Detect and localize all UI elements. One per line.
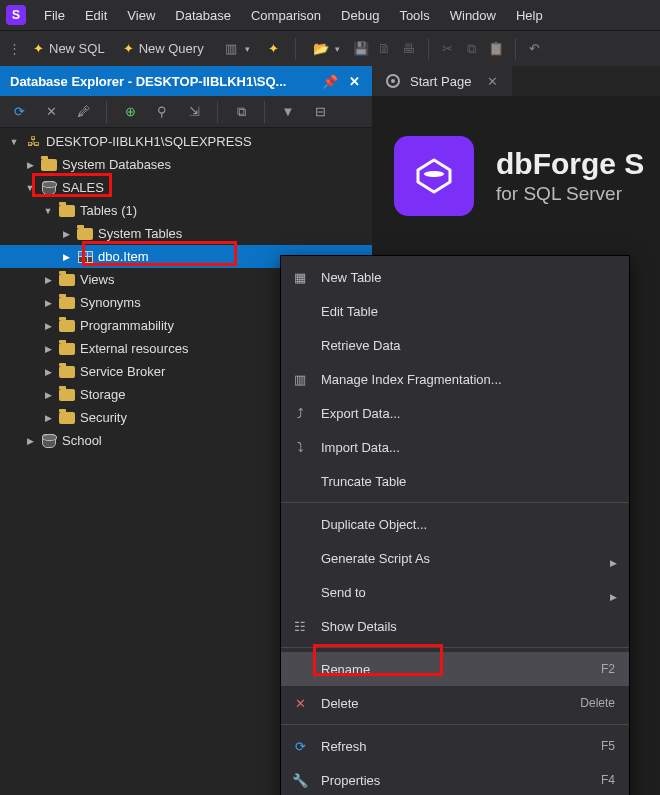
dbforge-logo-icon bbox=[394, 136, 474, 216]
folder-icon bbox=[59, 366, 75, 378]
delete-icon: ✕ bbox=[289, 696, 311, 711]
menu-tools[interactable]: Tools bbox=[391, 4, 437, 27]
open-button[interactable]: 📂▾ bbox=[306, 36, 346, 62]
ctx-send-to[interactable]: Send to bbox=[281, 575, 629, 609]
import-icon: ⤵ bbox=[289, 440, 311, 455]
server-label: DESKTOP-IIBLKH1\SQLEXPRESS bbox=[46, 134, 252, 149]
ctx-duplicate-object[interactable]: Duplicate Object... bbox=[281, 507, 629, 541]
menu-debug[interactable]: Debug bbox=[333, 4, 387, 27]
save-all-icon[interactable]: 🗎 bbox=[376, 40, 394, 58]
ctx-refresh[interactable]: ⟳RefreshF5 bbox=[281, 729, 629, 763]
export-icon: ⤴ bbox=[289, 406, 311, 421]
undo-icon[interactable]: ↶ bbox=[526, 40, 544, 58]
details-icon: ☷ bbox=[289, 619, 311, 634]
ctx-manage-index[interactable]: ▥Manage Index Fragmentation... bbox=[281, 362, 629, 396]
toolbar-sparkle[interactable]: ✦ bbox=[262, 36, 285, 62]
print-icon[interactable]: 🖶 bbox=[400, 40, 418, 58]
menu-database[interactable]: Database bbox=[167, 4, 239, 27]
start-page-icon bbox=[386, 74, 400, 88]
brand-subtitle: for SQL Server bbox=[496, 183, 644, 205]
paste-icon[interactable]: 📋 bbox=[487, 40, 505, 58]
database-icon bbox=[42, 434, 56, 448]
school-label: School bbox=[62, 433, 102, 448]
ctx-delete[interactable]: ✕DeleteDelete bbox=[281, 686, 629, 720]
folder-icon bbox=[77, 228, 93, 240]
refresh-icon: ⟳ bbox=[289, 739, 311, 754]
new-query-label: New Query bbox=[139, 41, 204, 56]
pin-icon[interactable]: 📌 bbox=[322, 73, 338, 89]
menu-bar: S File Edit View Database Comparison Deb… bbox=[0, 0, 660, 30]
security-label: Security bbox=[80, 410, 127, 425]
save-icon[interactable]: 💾 bbox=[352, 40, 370, 58]
explorer-toolbar: ⟳ ✕ 🖉 ⊕ ⚲ ⇲ ⧉ ▼ ⊟ bbox=[0, 96, 372, 128]
server-node[interactable]: 🖧 DESKTOP-IIBLKH1\SQLEXPRESS bbox=[0, 130, 372, 153]
ctx-new-table[interactable]: ▦New Table bbox=[281, 260, 629, 294]
database-explorer-title: Database Explorer - DESKTOP-IIBLKH1\SQ..… bbox=[10, 74, 314, 89]
start-page-label: Start Page bbox=[410, 74, 471, 89]
table-context-menu: ▦New Table Edit Table Retrieve Data ▥Man… bbox=[280, 255, 630, 795]
views-label: Views bbox=[80, 272, 114, 287]
copy-tree-icon[interactable]: ⧉ bbox=[228, 99, 254, 125]
programmability-label: Programmability bbox=[80, 318, 174, 333]
menu-help[interactable]: Help bbox=[508, 4, 551, 27]
system-databases-node[interactable]: System Databases bbox=[0, 153, 372, 176]
table-icon bbox=[78, 251, 93, 263]
table-icon: ▦ bbox=[289, 270, 311, 285]
refresh-icon[interactable]: ⟳ bbox=[6, 99, 32, 125]
menu-view[interactable]: View bbox=[119, 4, 163, 27]
server-icon: 🖧 bbox=[24, 134, 42, 150]
menu-edit[interactable]: Edit bbox=[77, 4, 115, 27]
external-resources-label: External resources bbox=[80, 341, 188, 356]
synonyms-label: Synonyms bbox=[80, 295, 141, 310]
grid-icon: ▥ bbox=[289, 372, 311, 387]
disconnect-icon[interactable]: ⇲ bbox=[181, 99, 207, 125]
menu-comparison[interactable]: Comparison bbox=[243, 4, 329, 27]
delete-connection-icon[interactable]: ✕ bbox=[38, 99, 64, 125]
sales-label: SALES bbox=[62, 180, 104, 195]
menu-window[interactable]: Window bbox=[442, 4, 504, 27]
folder-icon bbox=[59, 389, 75, 401]
close-icon[interactable]: ✕ bbox=[346, 73, 362, 89]
system-databases-label: System Databases bbox=[62, 157, 171, 172]
ctx-truncate-table[interactable]: Truncate Table bbox=[281, 464, 629, 498]
database-explorer-tab[interactable]: Database Explorer - DESKTOP-IIBLKH1\SQ..… bbox=[0, 66, 372, 96]
ctx-retrieve-data[interactable]: Retrieve Data bbox=[281, 328, 629, 362]
folder-icon bbox=[41, 159, 57, 171]
ctx-generate-script[interactable]: Generate Script As bbox=[281, 541, 629, 575]
filter-icon[interactable]: ▼ bbox=[275, 99, 301, 125]
folder-icon bbox=[59, 274, 75, 286]
storage-label: Storage bbox=[80, 387, 126, 402]
wrench-icon: 🔧 bbox=[289, 773, 311, 788]
folder-icon bbox=[59, 205, 75, 217]
ctx-export-data[interactable]: ⤴Export Data... bbox=[281, 396, 629, 430]
new-sql-label: New SQL bbox=[49, 41, 105, 56]
ctx-properties[interactable]: 🔧PropertiesF4 bbox=[281, 763, 629, 795]
dbo-item-label: dbo.Item bbox=[98, 249, 149, 264]
toolbar-dropdown-1[interactable]: ▥▾ bbox=[216, 36, 256, 62]
new-connection-icon[interactable]: ⊕ bbox=[117, 99, 143, 125]
ctx-show-details[interactable]: ☷Show Details bbox=[281, 609, 629, 643]
new-sql-button[interactable]: ✦New SQL bbox=[27, 36, 111, 62]
ctx-import-data[interactable]: ⤵Import Data... bbox=[281, 430, 629, 464]
sales-db-node[interactable]: SALES bbox=[0, 176, 372, 199]
system-tables-node[interactable]: System Tables bbox=[0, 222, 372, 245]
cut-icon[interactable]: ✂ bbox=[439, 40, 457, 58]
brand-title: dbForge S bbox=[496, 147, 644, 181]
tables-node[interactable]: Tables (1) bbox=[0, 199, 372, 222]
new-query-button[interactable]: ✦New Query bbox=[117, 36, 210, 62]
collapse-icon[interactable]: ⊟ bbox=[307, 99, 333, 125]
start-page-close-icon[interactable]: ✕ bbox=[487, 74, 498, 89]
connection-icon[interactable]: ⚲ bbox=[149, 99, 175, 125]
ctx-rename[interactable]: RenameF2 bbox=[281, 652, 629, 686]
tables-label: Tables (1) bbox=[80, 203, 137, 218]
edit-icon[interactable]: 🖉 bbox=[70, 99, 96, 125]
database-icon bbox=[42, 181, 56, 195]
folder-icon bbox=[59, 297, 75, 309]
copy-icon[interactable]: ⧉ bbox=[463, 40, 481, 58]
start-page-tab[interactable]: Start Page ✕ bbox=[372, 66, 512, 96]
ctx-edit-table[interactable]: Edit Table bbox=[281, 294, 629, 328]
panel-tabs: Database Explorer - DESKTOP-IIBLKH1\SQ..… bbox=[0, 66, 660, 96]
folder-icon bbox=[59, 343, 75, 355]
folder-icon bbox=[59, 412, 75, 424]
menu-file[interactable]: File bbox=[36, 4, 73, 27]
